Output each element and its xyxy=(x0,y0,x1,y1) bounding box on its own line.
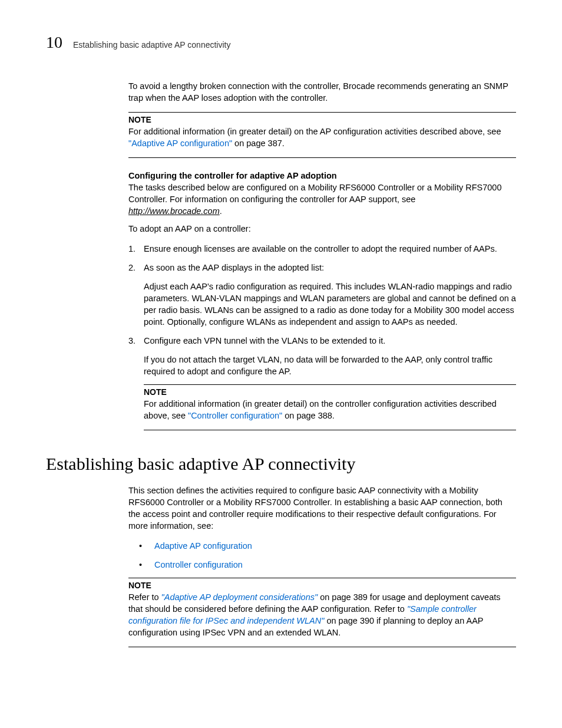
note-text: For additional information (in greater d… xyxy=(128,126,516,149)
rule xyxy=(128,112,516,113)
bullet-list: • Adaptive AP configuration • Controller… xyxy=(139,540,516,571)
heading-establishing-connectivity: Establishing basic adaptive AP connectiv… xyxy=(46,454,516,474)
list-item: 1. Ensure enough licenses are available … xyxy=(128,243,516,255)
adopt-lead: To adopt an AAP on a controller: xyxy=(128,223,516,235)
text: As soon as the AAP displays in the adopt… xyxy=(144,262,516,274)
link-controller-config[interactable]: Controller configuration xyxy=(154,560,243,569)
text: on page 388. xyxy=(282,411,335,420)
ordered-list: 1. Ensure enough licenses are available … xyxy=(128,243,516,377)
section-paragraph: This section defines the activities requ… xyxy=(128,485,516,532)
text: Refer to xyxy=(372,604,407,614)
list-body: Configure each VPN tunnel with the VLANs… xyxy=(144,335,516,377)
list-subtext: Adjust each AAP's radio configuration as… xyxy=(144,281,516,328)
text: . xyxy=(220,206,222,216)
note-block-3: NOTE Refer to "Adaptive AP deployment co… xyxy=(128,578,516,647)
list-item: • Adaptive AP configuration xyxy=(139,540,516,552)
note-block-2: NOTE For additional information (in grea… xyxy=(144,384,516,430)
text: on page 387. xyxy=(232,139,285,148)
text: The tasks described below are configured… xyxy=(128,183,501,204)
text: Configure each VPN tunnel with the VLANs… xyxy=(144,335,516,347)
link-adaptive-ap-config[interactable]: "Adaptive AP configuration" xyxy=(128,139,232,148)
text: For additional information (in greater d… xyxy=(128,127,501,136)
intro-paragraph: To avoid a lengthy broken connection wit… xyxy=(128,80,516,104)
rule xyxy=(128,578,516,578)
chapter-number: 10 xyxy=(46,33,62,52)
subhead-configuring-controller: Configuring the controller for adaptive … xyxy=(128,171,516,180)
rule xyxy=(128,157,516,158)
link-controller-config[interactable]: "Controller configuration" xyxy=(188,411,282,420)
list-marker: 1. xyxy=(128,243,144,255)
bullet-icon: • xyxy=(139,559,154,571)
running-title: Establishing basic adaptive AP connectiv… xyxy=(73,40,230,50)
list-marker: 2. xyxy=(128,262,144,328)
link-deployment-considerations[interactable]: "Adaptive AP deployment considerations" xyxy=(161,592,318,602)
list-item: 3. Configure each VPN tunnel with the VL… xyxy=(128,335,516,377)
note-text: Refer to "Adaptive AP deployment conside… xyxy=(128,591,516,638)
page-header: 10 Establishing basic adaptive AP connec… xyxy=(46,33,516,52)
rule xyxy=(144,384,516,385)
list-item: • Controller configuration xyxy=(139,559,516,571)
note-block-1: NOTE For additional information (in grea… xyxy=(128,112,516,158)
link-adaptive-ap-config[interactable]: Adaptive AP configuration xyxy=(154,541,252,551)
text: Refer to xyxy=(128,592,161,602)
note-label: NOTE xyxy=(144,387,516,397)
note-text: For additional information (in greater d… xyxy=(144,398,516,421)
list-marker: 3. xyxy=(128,335,144,377)
list-item: 2. As soon as the AAP displays in the ad… xyxy=(128,262,516,328)
list-body: As soon as the AAP displays in the adopt… xyxy=(144,262,516,328)
list-subtext: If you do not attach the target VLAN, no… xyxy=(144,354,516,377)
config-paragraph: The tasks described below are configured… xyxy=(128,182,516,217)
rule xyxy=(128,647,516,647)
list-body: Ensure enough licenses are available on … xyxy=(144,243,516,255)
note-label: NOTE xyxy=(128,115,516,124)
rule xyxy=(144,430,516,430)
link-brocade-url[interactable]: http://www.brocade.com xyxy=(128,206,220,216)
note-label: NOTE xyxy=(128,581,516,590)
page: 10 Establishing basic adaptive AP connec… xyxy=(0,0,562,685)
bullet-icon: • xyxy=(139,540,154,552)
